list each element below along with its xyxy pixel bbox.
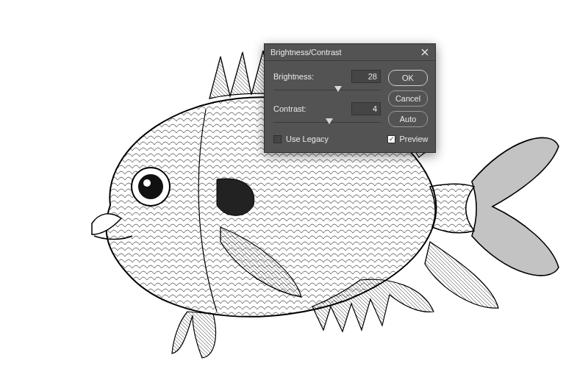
svg-point-3 — [138, 174, 163, 199]
preview-row[interactable]: ✓ Preview — [387, 135, 428, 143]
ok-button[interactable]: OK — [388, 70, 428, 86]
brightness-input[interactable] — [351, 70, 381, 83]
brightness-slider[interactable] — [273, 85, 381, 95]
svg-point-4 — [143, 179, 151, 187]
dialog-titlebar[interactable]: Brightness/Contrast — [265, 44, 435, 61]
preview-checkbox[interactable]: ✓ — [387, 135, 395, 143]
dialog-body: Brightness: Contrast: Use Legacy OK — [265, 61, 435, 152]
auto-button[interactable]: Auto — [388, 111, 428, 127]
svg-point-2 — [132, 168, 170, 206]
use-legacy-checkbox[interactable] — [273, 135, 282, 143]
preview-label: Preview — [399, 135, 428, 143]
contrast-slider[interactable] — [273, 117, 381, 127]
close-button[interactable] — [419, 46, 431, 58]
brightness-row: Brightness: — [273, 70, 381, 83]
cancel-button[interactable]: Cancel — [388, 90, 428, 107]
dialog-title: Brightness/Contrast — [270, 48, 419, 57]
slider-thumb[interactable] — [334, 86, 342, 92]
slider-track — [273, 90, 381, 90]
slider-thumb[interactable] — [326, 118, 333, 124]
close-icon — [421, 49, 429, 56]
contrast-input[interactable] — [351, 102, 381, 115]
use-legacy-row[interactable]: Use Legacy — [273, 135, 381, 143]
contrast-label: Contrast: — [273, 104, 351, 113]
contrast-row: Contrast: — [273, 102, 381, 115]
buttons-column: OK Cancel Auto ✓ Preview — [388, 70, 428, 143]
brightness-label: Brightness: — [273, 72, 351, 81]
use-legacy-label: Use Legacy — [286, 135, 329, 143]
brightness-contrast-dialog: Brightness/Contrast Brightness: Contrast… — [264, 43, 436, 153]
controls-column: Brightness: Contrast: Use Legacy — [273, 70, 381, 143]
